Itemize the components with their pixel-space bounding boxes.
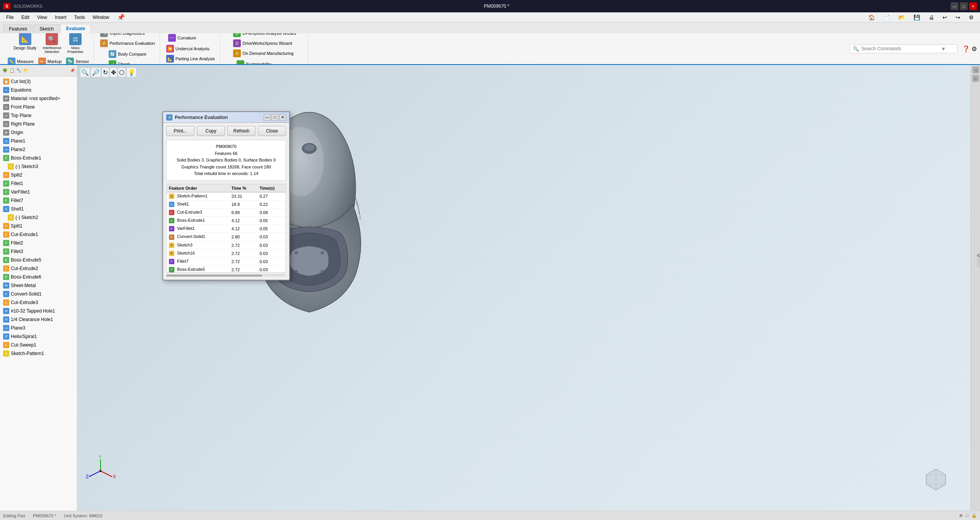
body-compare-button[interactable]: 🔄 Body Compare <box>107 49 148 59</box>
maximize-button[interactable]: □ <box>960 2 968 10</box>
tree-item-shell1[interactable]: S Shell1 <box>0 205 77 213</box>
viewport[interactable]: 🔍 🔎 ↻ ✥ ⬡ 💡 <box>77 65 971 511</box>
tree-item-origin[interactable]: ⊕ Origin <box>0 128 77 137</box>
tree-pin[interactable]: 📌 <box>70 68 75 73</box>
minimize-button[interactable]: — <box>951 2 958 10</box>
design-study-button[interactable]: 📐 Design Study <box>11 33 39 55</box>
refresh-button[interactable]: Refresh <box>227 126 256 136</box>
tree-item-material[interactable]: M Material <not specified> <box>0 94 77 103</box>
tree-item-convert-solid1[interactable]: C Convert-Solid1 <box>0 290 77 298</box>
tree-item-varfillet1[interactable]: F VarFillet1 <box>0 188 77 196</box>
curvature-button[interactable]: 〰 Curvature <box>167 33 215 42</box>
tree-item-split2[interactable]: ✂ Split2 <box>0 171 77 179</box>
table-row[interactable]: F Fillet7 2.72 0.03 <box>167 257 286 265</box>
tree-item-plane3[interactable]: ▭ Plane3 <box>0 324 77 332</box>
table-row[interactable]: C Convert-Solid1 2.80 0.03 <box>167 233 286 241</box>
table-row[interactable]: F VarFillet1 4.12 0.05 <box>167 225 286 233</box>
on-demand-button[interactable]: O On Demand Manufacturing <box>232 49 298 58</box>
tree-item-fillet7[interactable]: F Fillet7 <box>0 196 77 205</box>
check-button[interactable]: ✓ Check <box>107 59 148 64</box>
tree-item-right-plane[interactable]: ▭ Right Plane <box>0 120 77 128</box>
tree-item-sketch2[interactable]: S (-) Sketch2 <box>0 213 77 222</box>
view-orient-icon[interactable]: ⬡ <box>118 68 125 77</box>
tab-features[interactable]: Features <box>3 24 33 33</box>
status-icon-1[interactable]: ⊕ <box>959 513 963 518</box>
tree-item-tapped-hole1[interactable]: H #10-32 Tapped Hole1 <box>0 307 77 315</box>
table-row[interactable]: S Shell1 18.9 0.22 <box>167 201 286 209</box>
sensor-button[interactable]: 📡 Sensor <box>65 57 90 64</box>
tree-item-top-plane[interactable]: ▭ Top Plane <box>0 111 77 120</box>
tree-item-clearance-hole1[interactable]: H 1/4 Clearance Hole1 <box>0 315 77 324</box>
right-panel-btn-2[interactable]: ▷ <box>972 75 979 82</box>
dialog-maximize-button[interactable]: □ <box>271 114 278 121</box>
tree-item-sketch3[interactable]: S (-) Sketch3 <box>0 162 77 171</box>
view-cube[interactable] <box>924 467 948 491</box>
zoom-icon[interactable]: 🔎 <box>91 68 101 77</box>
tree-item-boss-extrude5[interactable]: E Boss-Extrude5 <box>0 256 77 264</box>
tree-icon-4[interactable]: 📁 <box>23 68 29 73</box>
table-row[interactable]: S Sketch16 2.72 0.03 <box>167 249 286 257</box>
toolbar-new[interactable]: 📄 <box>880 14 893 21</box>
mass-properties-button[interactable]: ⚖ MassProperties <box>65 33 85 55</box>
table-row[interactable]: E Boss-Extrude5 2.72 0.03 <box>167 265 286 273</box>
dialog-close-button[interactable]: ✕ <box>279 114 286 121</box>
driveworksxpress-button[interactable]: D DriveWorksXpress Wizard <box>232 39 298 48</box>
table-row[interactable]: E Boss-Extrude1 4.12 0.05 <box>167 217 286 225</box>
tree-icon-2[interactable]: 📋 <box>9 68 15 73</box>
status-icon-2[interactable]: □ <box>966 513 968 518</box>
tree-item-fillet3[interactable]: F Fillet3 <box>0 247 77 256</box>
dialog-minimize-button[interactable]: — <box>264 114 271 121</box>
tree-item-sketch-pattern1[interactable]: S Sketch-Pattern1 <box>0 349 77 358</box>
menu-insert[interactable]: Insert <box>52 14 70 21</box>
toolbar-undo[interactable]: ↩ <box>939 14 950 21</box>
tree-item-plane1[interactable]: ▭ Plane1 <box>0 137 77 145</box>
tree-item-boss-extrude6[interactable]: E Boss-Extrude6 <box>0 273 77 281</box>
help-icon[interactable]: ❓ <box>962 45 970 53</box>
tree-item-sheet-metal[interactable]: M Sheet-Metal <box>0 281 77 290</box>
tree-item-front-plane[interactable]: ▭ Front Plane <box>0 103 77 111</box>
menu-view[interactable]: View <box>34 14 50 21</box>
tree-item-boss-extrude1[interactable]: E Boss-Extrude1 <box>0 154 77 162</box>
import-diagnostics-button[interactable]: 🔎 Import Diagnostics <box>99 33 156 38</box>
undercut-analysis-button[interactable]: 🔽 Undercut Analysis <box>165 44 216 53</box>
tree-item-cut-extrude1[interactable]: C Cut-Extrude1 <box>0 230 77 239</box>
table-row[interactable]: S Sketch-Pattern1 23.31 0.27 <box>167 192 286 200</box>
toolbar-open[interactable]: 📂 <box>895 14 908 21</box>
toolbar-print[interactable]: 🖨 <box>925 14 937 21</box>
tree-item-helix1[interactable]: ↺ Helix/Spiral1 <box>0 332 77 341</box>
tree-item-cut-extrude2[interactable]: C Cut-Extrude2 <box>0 264 77 273</box>
toolbar-home[interactable]: 🏠 <box>865 14 878 21</box>
rotate-icon[interactable]: ↻ <box>102 68 109 77</box>
tree-item-cut-extrude3[interactable]: C Cut-Extrude3 <box>0 298 77 307</box>
tree-icon-3[interactable]: 🔧 <box>16 68 22 73</box>
tree-item-fillet1[interactable]: F Fillet1 <box>0 179 77 188</box>
print-button[interactable]: Print... <box>166 126 194 136</box>
table-row[interactable]: S Sketch3 2.72 0.03 <box>167 241 286 249</box>
tab-sketch[interactable]: Sketch <box>34 24 60 33</box>
tree-item-fillet2[interactable]: F Fillet2 <box>0 239 77 247</box>
close-dialog-button[interactable]: Close <box>258 126 286 136</box>
display-icon[interactable]: 💡 <box>127 68 136 77</box>
dfmxpress-button[interactable]: D DFMXpress Analysis Wizard <box>232 33 298 38</box>
toolbar-redo[interactable]: ↪ <box>953 14 963 21</box>
tree-item-cut-sweep1[interactable]: C Cut-Sweep1 <box>0 341 77 349</box>
zoom-fit-icon[interactable]: 🔍 <box>80 68 90 77</box>
tab-evaluate[interactable]: Evaluate <box>60 24 91 34</box>
search-input[interactable] <box>861 46 939 51</box>
window-controls[interactable]: — □ ✕ <box>951 2 977 10</box>
menu-file[interactable]: File <box>3 14 17 21</box>
search-dropdown-icon[interactable]: ▼ <box>941 46 946 52</box>
markup-button[interactable]: ✏ Markup <box>37 57 63 64</box>
table-scrollbar-thumb[interactable] <box>166 275 262 277</box>
performance-evaluation-button[interactable]: ⚡ Performance Evaluation <box>99 39 156 48</box>
close-button[interactable]: ✕ <box>969 2 977 10</box>
status-icon-3[interactable]: 🔒 <box>971 513 977 518</box>
toolbar-settings[interactable]: ⚙ <box>966 14 977 21</box>
parting-line-button[interactable]: 📐 Parting Line Analysis <box>165 54 216 63</box>
tree-icon-1[interactable]: 🌳 <box>2 68 8 73</box>
tree-item-cutlist[interactable]: 📋 Cut list(3) <box>0 77 77 86</box>
toolbar-save[interactable]: 💾 <box>910 14 923 21</box>
tree-item-split1[interactable]: ✂ Split1 <box>0 222 77 230</box>
menu-edit[interactable]: Edit <box>18 14 32 21</box>
menu-window[interactable]: Window <box>90 14 112 21</box>
